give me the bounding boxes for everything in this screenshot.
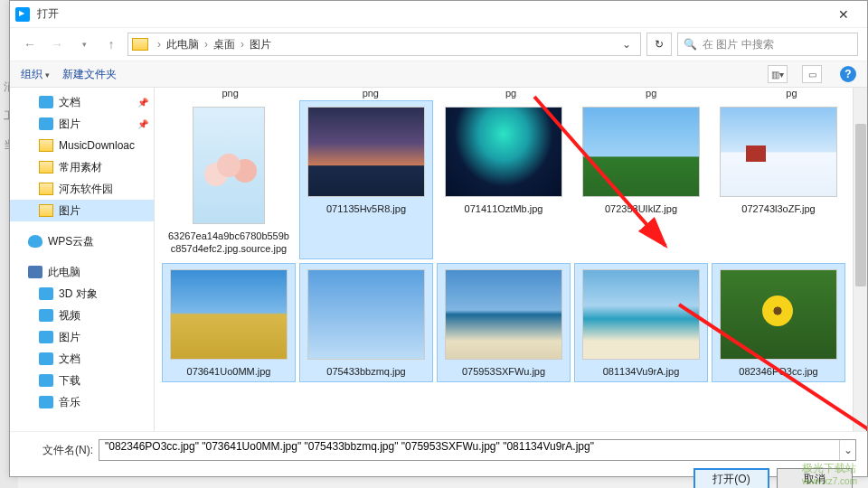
cloud-icon bbox=[28, 235, 42, 248]
crumb-pc[interactable]: 此电脑 bbox=[165, 37, 201, 52]
search-input[interactable]: 🔍 在 图片 中搜索 bbox=[677, 33, 858, 56]
file-name: 071411OztMb.jpg bbox=[441, 202, 566, 215]
refresh-button[interactable]: ↻ bbox=[646, 33, 672, 56]
chevron-right-icon: › bbox=[154, 38, 165, 51]
close-button[interactable]: ✕ bbox=[826, 7, 862, 22]
file-name: 075433bbzmq.jpg bbox=[304, 365, 429, 378]
search-icon: 🔍 bbox=[684, 38, 697, 51]
file-thumbnail bbox=[582, 269, 700, 360]
sidebar-item-wps[interactable]: WPS云盘 bbox=[10, 230, 154, 252]
file-item[interactable]: 082346PO3cc.jpg bbox=[712, 263, 845, 382]
navigation-sidebar[interactable]: 文档 图片 MusicDownloac 常用素材 河东软件园 图片 WPS云盘 … bbox=[10, 88, 155, 431]
sidebar-item-thispc[interactable]: 此电脑 bbox=[10, 261, 154, 283]
file-name: 071135Hv5R8.jpg bbox=[304, 202, 429, 215]
open-file-dialog: 打开 ✕ ← → ▾ ↑ › 此电脑 › 桌面 › 图片 ⌄ ↻ 🔍 在 图片 … bbox=[9, 0, 868, 477]
folder-icon bbox=[39, 204, 53, 217]
picture-icon bbox=[39, 331, 53, 343]
toolbar: 组织 新建文件夹 ▥▾ ▭ ? bbox=[10, 61, 867, 88]
video-icon bbox=[39, 309, 53, 322]
sidebar-item-music[interactable]: MusicDownloac bbox=[10, 135, 154, 156]
file-thumbnail bbox=[720, 107, 837, 197]
sidebar-item-assets[interactable]: 常用素材 bbox=[10, 156, 154, 178]
sidebar-item-pics[interactable]: 图片 bbox=[10, 326, 154, 348]
type-badges-row: png png pg pg pg bbox=[155, 88, 867, 99]
document-icon bbox=[39, 352, 53, 365]
file-name: 072743l3oZF.jpg bbox=[716, 202, 841, 215]
file-thumbnail bbox=[582, 107, 700, 197]
address-bar[interactable]: › 此电脑 › 桌面 › 图片 ⌄ bbox=[127, 33, 641, 56]
file-name: 075953SXFWu.jpg bbox=[441, 365, 566, 378]
file-thumbnail bbox=[445, 269, 562, 360]
chevron-right-icon: › bbox=[201, 38, 212, 51]
forward-button: → bbox=[46, 33, 68, 55]
download-icon bbox=[39, 374, 53, 387]
search-placeholder: 在 图片 中搜索 bbox=[703, 37, 774, 52]
app-icon bbox=[15, 7, 30, 22]
pc-icon bbox=[28, 266, 42, 278]
file-item[interactable]: 075953SXFWu.jpg bbox=[437, 263, 571, 382]
up-button[interactable]: ↑ bbox=[100, 33, 122, 55]
file-name: 082346PO3cc.jpg bbox=[716, 365, 841, 378]
sidebar-item-downloads[interactable]: 下载 bbox=[10, 370, 154, 391]
sidebar-item-music2[interactable]: 音乐 bbox=[10, 391, 154, 413]
file-thumbnail bbox=[307, 269, 425, 360]
crumb-pictures[interactable]: 图片 bbox=[248, 37, 273, 52]
folder-icon bbox=[39, 139, 53, 152]
navigation-bar: ← → ▾ ↑ › 此电脑 › 桌面 › 图片 ⌄ ↻ 🔍 在 图片 中搜索 bbox=[10, 28, 867, 61]
file-name: 63267ea14a9bc6780b559bc857d4efc2.jpg.sou… bbox=[166, 230, 291, 255]
new-folder-button[interactable]: 新建文件夹 bbox=[62, 67, 117, 82]
filename-input[interactable]: "082346PO3cc.jpg" "073641Uo0MM.jpg" "075… bbox=[99, 439, 856, 461]
file-item[interactable]: 081134Vu9rA.jpg bbox=[574, 263, 708, 382]
titlebar: 打开 ✕ bbox=[10, 1, 867, 28]
sidebar-item-images[interactable]: 图片 bbox=[10, 200, 154, 221]
file-item[interactable]: 071411OztMb.jpg bbox=[437, 100, 571, 259]
file-thumbnail bbox=[307, 107, 425, 197]
file-item[interactable]: 071135Hv5R8.jpg bbox=[299, 100, 433, 259]
file-thumbnail bbox=[720, 269, 837, 360]
help-button[interactable]: ? bbox=[840, 66, 856, 82]
open-button[interactable]: 打开(O) bbox=[693, 468, 769, 488]
file-item[interactable]: 072353UIklZ.jpg bbox=[574, 100, 708, 259]
dialog-body: 文档 图片 MusicDownloac 常用素材 河东软件园 图片 WPS云盘 … bbox=[10, 88, 867, 431]
file-item[interactable]: 075433bbzmq.jpg bbox=[299, 263, 433, 382]
picture-icon bbox=[39, 117, 53, 130]
file-thumbnail bbox=[193, 107, 265, 224]
document-icon bbox=[39, 96, 53, 108]
file-name: 081134Vu9rA.jpg bbox=[579, 365, 703, 378]
scrollbar-thumb[interactable] bbox=[855, 124, 866, 286]
music-icon bbox=[39, 396, 53, 408]
file-item[interactable]: 073641Uo0MM.jpg bbox=[162, 263, 296, 382]
sidebar-item-documents[interactable]: 文档 bbox=[10, 91, 154, 113]
filename-label: 文件名(N): bbox=[21, 443, 93, 458]
file-thumbnail bbox=[445, 107, 562, 197]
folder-icon bbox=[132, 38, 148, 51]
crumb-desktop[interactable]: 桌面 bbox=[212, 37, 237, 52]
organize-menu[interactable]: 组织 bbox=[21, 67, 50, 82]
3d-icon bbox=[39, 287, 53, 300]
recent-dropdown[interactable]: ▾ bbox=[73, 33, 95, 55]
file-item[interactable]: 63267ea14a9bc6780b559bc857d4efc2.jpg.sou… bbox=[162, 100, 296, 259]
sidebar-item-hedong[interactable]: 河东软件园 bbox=[10, 178, 154, 200]
back-button[interactable]: ← bbox=[19, 33, 41, 55]
filename-dropdown[interactable]: ⌄ bbox=[839, 440, 855, 460]
folder-icon bbox=[39, 161, 53, 174]
sidebar-item-docs[interactable]: 文档 bbox=[10, 348, 154, 370]
folder-icon bbox=[39, 183, 53, 195]
view-mode-button[interactable]: ▥▾ bbox=[768, 65, 788, 83]
watermark: 极光下载站 www.xz7.com bbox=[802, 461, 857, 486]
file-name: 072353UIklZ.jpg bbox=[579, 202, 703, 215]
file-name: 073641Uo0MM.jpg bbox=[166, 365, 291, 378]
sidebar-item-pictures[interactable]: 图片 bbox=[10, 113, 154, 135]
file-grid[interactable]: png png pg pg pg 63267ea14a9bc6780b559bc… bbox=[155, 88, 867, 431]
dialog-footer: 文件名(N): "082346PO3cc.jpg" "073641Uo0MM.j… bbox=[10, 431, 867, 488]
sidebar-item-video[interactable]: 视频 bbox=[10, 305, 154, 326]
sidebar-item-3d[interactable]: 3D 对象 bbox=[10, 283, 154, 305]
file-thumbnail bbox=[170, 269, 288, 360]
vertical-scrollbar[interactable] bbox=[853, 88, 867, 431]
path-dropdown[interactable]: ⌄ bbox=[617, 38, 637, 51]
file-item[interactable]: 072743l3oZF.jpg bbox=[712, 100, 845, 259]
dialog-title: 打开 bbox=[37, 6, 826, 22]
preview-pane-button[interactable]: ▭ bbox=[802, 65, 822, 83]
chevron-right-icon: › bbox=[237, 38, 248, 51]
